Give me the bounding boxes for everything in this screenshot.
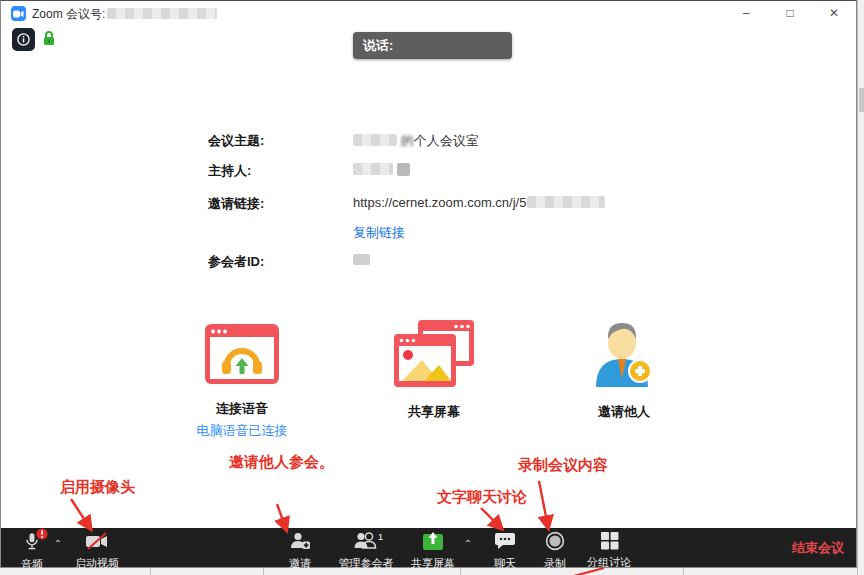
participants-icon: 1 — [353, 531, 379, 555]
share-screen-windows-icon — [393, 375, 475, 392]
copy-link-button[interactable]: 复制链接 — [353, 224, 405, 242]
chat-bubble-icon — [494, 531, 516, 555]
share-screen-button[interactable]: 共享屏幕 — [407, 528, 459, 567]
breakout-grid-icon — [600, 531, 619, 554]
host-redacted-char — [397, 163, 410, 176]
annotation-enable-camera: 启用摄像头 — [60, 478, 135, 497]
annotation-invite-others: 邀请他人参会。 — [229, 453, 334, 472]
topic-value: 的个人会议室 — [353, 132, 479, 150]
video-camera-off-icon — [84, 531, 110, 555]
close-button[interactable]: ✕ — [812, 1, 856, 25]
invite-link-value: https://cernet.zoom.com.cn/j/5 — [353, 195, 605, 210]
end-meeting-button[interactable]: 结束会议 — [792, 528, 844, 567]
connect-audio-label: 连接语音 — [187, 400, 297, 418]
zoom-meeting-window: Zoom 会议号: – □ ✕ 说话: 会议 — [0, 0, 857, 568]
background-bottom-edge — [0, 568, 857, 575]
annotation-record-meeting: 录制会议内容 — [518, 456, 608, 475]
connect-audio-tile[interactable]: 连接语音 电脑语音已连接 — [187, 323, 297, 440]
background-scrollbar — [857, 0, 864, 575]
participant-id-label: 参会者ID: — [208, 253, 264, 271]
meeting-info-icon[interactable] — [12, 28, 35, 51]
invite-link-label: 邀请链接: — [208, 195, 264, 213]
participant-count-badge: 1 — [378, 532, 383, 542]
record-button[interactable]: 录制 — [535, 528, 575, 567]
share-screen-tile[interactable]: 共享屏幕 — [379, 319, 489, 421]
share-screen-green-icon — [422, 531, 444, 555]
share-screen-tile-label: 共享屏幕 — [379, 403, 489, 421]
share-options-chevron-icon[interactable]: ⌃ — [461, 538, 475, 549]
background-scrollbar-thumb — [859, 88, 864, 112]
screen: Zoom 会议号: – □ ✕ 说话: 会议 — [0, 0, 864, 575]
meeting-number-redacted — [107, 8, 217, 19]
zoom-logo-icon — [11, 6, 26, 21]
host-redacted — [353, 163, 393, 175]
start-video-button[interactable]: 启动视频 — [67, 528, 127, 567]
chat-button[interactable]: 聊天 — [485, 528, 525, 567]
minimize-button[interactable]: – — [724, 1, 768, 25]
invite-person-icon — [593, 375, 655, 392]
titlebar: Zoom 会议号: – □ ✕ — [1, 1, 856, 25]
speaking-banner: 说话: — [353, 32, 512, 59]
host-value — [353, 162, 410, 177]
breakout-rooms-button[interactable]: 分组讨论 — [581, 528, 637, 567]
invite-button[interactable]: 邀请 — [276, 528, 324, 567]
participant-id-redacted — [353, 254, 370, 265]
invite-link-redacted — [527, 196, 605, 208]
window-title: Zoom 会议号: — [32, 6, 105, 23]
audio-options-chevron-icon[interactable]: ⌃ — [51, 538, 65, 549]
audio-button[interactable]: 音频 — [9, 528, 55, 567]
host-label: 主持人: — [208, 162, 251, 180]
topic-redacted — [353, 134, 397, 146]
window-controls: – □ ✕ — [724, 1, 856, 25]
encryption-lock-icon — [42, 30, 56, 51]
annotation-text-chat: 文字聊天讨论 — [437, 488, 527, 507]
manage-participants-button[interactable]: 1 管理参会者 — [331, 528, 401, 567]
invite-others-tile[interactable]: 邀请他人 — [569, 319, 679, 421]
microphone-icon — [22, 531, 42, 556]
maximize-button[interactable]: □ — [768, 1, 812, 25]
audio-warning-badge — [36, 528, 48, 540]
invite-plus-person-icon — [289, 531, 311, 555]
meeting-toolbar: 音频 ⌃ 启动视频 — [1, 528, 856, 567]
invite-others-tile-label: 邀请他人 — [569, 403, 679, 421]
participant-id-value — [353, 253, 370, 268]
connect-audio-icon — [204, 372, 280, 389]
record-circle-icon — [545, 531, 565, 555]
topic-label: 会议主题: — [208, 132, 264, 150]
computer-audio-connected-label: 电脑语音已连接 — [187, 422, 297, 440]
